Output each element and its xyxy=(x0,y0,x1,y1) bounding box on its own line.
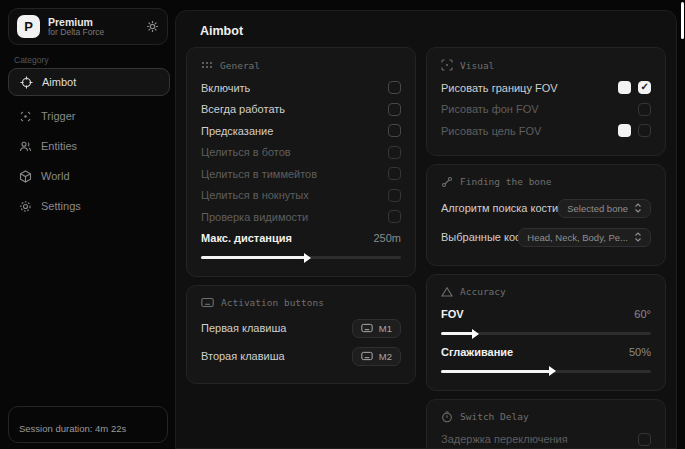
sidebar-item-settings[interactable]: Settings xyxy=(8,192,170,220)
card-title: General xyxy=(220,60,260,71)
key-value: M2 xyxy=(379,351,392,362)
settings-icon xyxy=(18,200,32,213)
fov-slider[interactable] xyxy=(441,332,651,335)
brand-card: P Premium for Delta Force xyxy=(8,8,168,45)
keybind-row-secondary: Вторая клавиша M2 xyxy=(201,342,401,370)
checkbox[interactable] xyxy=(388,124,401,137)
checkbox[interactable] xyxy=(638,103,651,116)
max-distance-slider[interactable] xyxy=(201,256,401,259)
brand-text: Premium for Delta Force xyxy=(48,16,138,38)
bone-icon xyxy=(441,176,453,188)
smoothing-value: 50% xyxy=(629,346,651,358)
dropdown-value: Head, Neck, Body, Pe... xyxy=(527,232,628,243)
bone-card-header: Finding the bone xyxy=(441,176,651,188)
scrollbar-thumb[interactable] xyxy=(681,2,684,39)
sidebar-item-label: Aimbot xyxy=(42,76,76,88)
checkbox[interactable] xyxy=(638,124,651,137)
key-value: M1 xyxy=(379,323,392,334)
app-subtitle: for Delta Force xyxy=(48,28,138,38)
row-label: Рисовать цель FOV xyxy=(441,125,541,137)
row-label: Алгоритм поиска кости xyxy=(441,202,558,214)
gear-icon[interactable] xyxy=(146,20,159,33)
color-swatch[interactable] xyxy=(618,81,631,94)
general-card-header: General xyxy=(201,59,401,71)
accuracy-card: Accuracy FOV 60° Сглаживание 50% xyxy=(426,274,666,391)
keybind-label: Вторая клавиша xyxy=(201,350,285,362)
sidebar-item-entities[interactable]: Entities xyxy=(8,132,170,160)
keyboard-icon xyxy=(361,323,373,333)
controls xyxy=(618,124,651,137)
row-label: Всегда работать xyxy=(201,103,285,115)
toggle-row-target-knocked: Целиться в нокнутых xyxy=(201,185,401,207)
toggle-row-enable: Включить xyxy=(201,77,401,99)
row-label: Рисовать границу FOV xyxy=(441,82,558,94)
visual-row-fov-background: Рисовать фон FOV xyxy=(441,99,651,121)
dropdown-value: Selected bone xyxy=(567,203,628,214)
right-column: Visual Рисовать границу FOV Рисовать фон… xyxy=(426,47,666,449)
toggle-row-always-work: Всегда работать xyxy=(201,99,401,121)
checkbox[interactable] xyxy=(388,81,401,94)
checkbox[interactable] xyxy=(388,167,401,180)
card-title: Finding the bone xyxy=(460,176,552,187)
session-duration-box: Session duration: 4m 22s xyxy=(8,406,168,443)
trigger-icon xyxy=(18,110,32,123)
toggle-row-visibility-check: Проверка видимости xyxy=(201,206,401,228)
visual-row-fov-target: Рисовать цель FOV xyxy=(441,120,651,142)
page-title: Aimbot xyxy=(176,11,676,47)
clock-icon xyxy=(441,411,453,423)
activation-card-header: Activation buttons xyxy=(201,297,401,308)
checkbox[interactable] xyxy=(388,189,401,202)
selected-bones-row: Выбранные кости Head, Neck, Body, Pe... xyxy=(441,223,651,252)
world-icon xyxy=(18,170,32,183)
sidebar-item-world[interactable]: World xyxy=(8,162,170,190)
fov-row: FOV 60° xyxy=(441,304,651,326)
sidebar-item-aimbot[interactable]: Aimbot xyxy=(8,68,170,96)
card-title: Accuracy xyxy=(460,286,506,297)
row-label: Выбранные кости xyxy=(441,231,518,243)
bone-algorithm-row: Алгоритм поиска кости Selected bone xyxy=(441,194,651,223)
chevron-updown-icon xyxy=(634,232,642,242)
primary-key-button[interactable]: M1 xyxy=(352,319,401,338)
checkbox[interactable] xyxy=(388,210,401,223)
app-title: Premium xyxy=(48,16,138,28)
checkbox[interactable] xyxy=(388,146,401,159)
controls xyxy=(618,81,651,94)
card-title: Switch Delay xyxy=(460,411,529,422)
sidebar-item-label: Entities xyxy=(41,140,77,152)
fov-value: 60° xyxy=(634,308,651,320)
secondary-key-button[interactable]: M2 xyxy=(352,347,401,366)
color-swatch[interactable] xyxy=(618,124,631,137)
checkbox[interactable] xyxy=(388,103,401,116)
app-logo: P xyxy=(17,15,40,38)
toggle-row-prediction: Предсказание xyxy=(201,120,401,142)
visual-card: Visual Рисовать границу FOV Рисовать фон… xyxy=(426,47,666,156)
content-columns: General Включить Всегда работать Предска… xyxy=(176,47,676,449)
entities-icon xyxy=(18,140,32,153)
row-label: Задержка переключения xyxy=(441,433,568,445)
slider-fill xyxy=(201,256,305,259)
bone-algorithm-dropdown[interactable]: Selected bone xyxy=(558,199,651,218)
sidebar-nav: Aimbot Trigger Entities xyxy=(8,68,170,222)
smoothing-row: Сглаживание 50% xyxy=(441,341,651,363)
checkbox[interactable] xyxy=(638,81,651,94)
row-label: Рисовать фон FOV xyxy=(441,103,539,115)
sidebar: P Premium for Delta Force Category Aimbo… xyxy=(0,0,175,449)
smoothing-slider[interactable] xyxy=(441,370,651,373)
sidebar-item-label: Trigger xyxy=(41,110,75,122)
row-label: Проверка видимости xyxy=(201,211,308,223)
chevron-updown-icon xyxy=(634,203,642,213)
sidebar-item-trigger[interactable]: Trigger xyxy=(8,102,170,130)
main-panel: Aimbot General Включить xyxy=(175,10,677,449)
card-title: Visual xyxy=(460,60,494,71)
checkbox[interactable] xyxy=(638,433,651,446)
toggle-row-target-bots: Целиться в ботов xyxy=(201,142,401,164)
session-duration-text: Session duration: 4m 22s xyxy=(19,423,126,434)
grid-icon xyxy=(201,59,213,71)
max-distance-label: Макс. дистанция xyxy=(201,232,292,244)
visual-card-header: Visual xyxy=(441,59,651,71)
row-label: Целиться в тиммейтов xyxy=(201,168,317,180)
switch-delay-card: Switch Delay Задержка переключения Задер… xyxy=(426,399,666,449)
triangle-icon xyxy=(441,286,453,298)
fov-label: FOV xyxy=(441,308,464,320)
selected-bones-dropdown[interactable]: Head, Neck, Body, Pe... xyxy=(518,228,651,247)
